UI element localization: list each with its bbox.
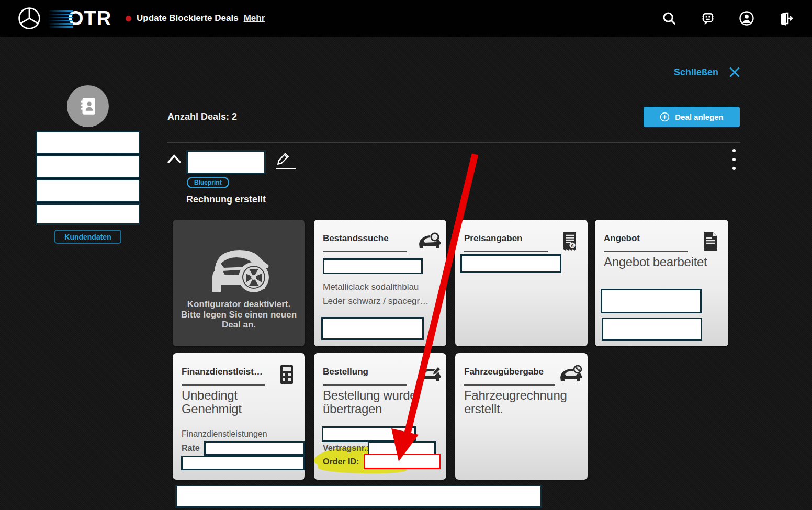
- order-id-label: Order ID:: [323, 457, 359, 467]
- deal-status-text: Rechnung erstellt: [186, 194, 266, 205]
- notification-text: Update Blockierte Deals: [137, 13, 239, 24]
- uebergabe-status: Fahrzeugrechnung erstellt.: [464, 389, 580, 416]
- card-fahrzeuguebergabe[interactable]: Fahrzeugübergabe Fahrzeugrechnung erstel…: [455, 353, 588, 480]
- bestandssuche-detail-1: Metalliclack sodalithblau: [323, 282, 419, 292]
- finanz-status: Unbedingt Genehmigt: [182, 389, 298, 416]
- finanz-detail: Finanzdienstleistungen: [182, 429, 267, 439]
- otr-logo-stripes: [48, 9, 73, 28]
- card-bestellung[interactable]: Bestellung Bestellung wurde übertragen V…: [314, 353, 446, 480]
- edit-deal-pencil-icon[interactable]: [276, 151, 297, 169]
- rate-value-redacted: [204, 441, 305, 456]
- top-navigation-bar: OTR Update Blockierte Deals Mehr: [0, 0, 812, 37]
- order-field-redacted: [322, 426, 416, 442]
- angebot-status: Angebot bearbeitet: [604, 255, 721, 269]
- chatbot-icon[interactable]: [700, 10, 716, 26]
- car-front-icon: [205, 241, 273, 298]
- vehicle-id-redacted: [323, 258, 423, 274]
- otr-app-logo: OTR: [48, 6, 111, 30]
- customer-city-redacted: [36, 179, 140, 202]
- finanz-value-redacted: [181, 456, 305, 470]
- konfigurator-message: Konfigurator deaktiviert. Bitte legen Si…: [180, 299, 298, 330]
- notification-dot-icon: [126, 16, 131, 21]
- customer-address-redacted: [36, 155, 140, 178]
- close-label[interactable]: Schließen: [674, 67, 718, 78]
- notification-area: Update Blockierte Deals Mehr: [126, 0, 265, 37]
- vehicle-detail-redacted: [321, 317, 424, 340]
- topbar-icon-group: [661, 0, 793, 37]
- rate-label: Rate: [182, 444, 200, 453]
- deal-overlay-panel: Schließen Kundendaten Anzahl Deals: [0, 37, 812, 510]
- search-icon[interactable]: [661, 10, 677, 26]
- finanz-title: Finanzdienstleist…: [182, 367, 265, 386]
- user-account-icon[interactable]: [739, 10, 754, 26]
- vertragsnr-label: Vertragsnr.:: [323, 444, 369, 453]
- app-window: OTR Update Blockierte Deals Mehr: [0, 0, 812, 510]
- svg-text:€: €: [571, 243, 573, 248]
- pencil-underline: [276, 168, 296, 169]
- customer-avatar: [67, 85, 109, 127]
- create-deal-button[interactable]: Deal anlegen: [644, 107, 740, 127]
- bestellung-title: Bestellung: [323, 367, 407, 386]
- uebergabe-title: Fahrzeugübergabe: [464, 367, 555, 386]
- car-search-icon: [417, 230, 439, 252]
- create-deal-label: Deal anlegen: [675, 112, 724, 121]
- collapse-deal-chevron-up-icon[interactable]: [167, 153, 182, 165]
- close-icon[interactable]: [728, 65, 741, 79]
- deal-options-kebab-icon[interactable]: [729, 149, 739, 170]
- section-divider: [167, 142, 740, 143]
- angebot-title: Angebot: [604, 233, 688, 252]
- logout-icon[interactable]: [777, 10, 793, 26]
- customer-contact-redacted: [36, 203, 140, 225]
- card-konfigurator[interactable]: Konfigurator deaktiviert. Bitte legen Si…: [173, 220, 305, 346]
- order-car-pencil-icon: [417, 364, 439, 386]
- mercedes-logo-icon: [18, 7, 41, 30]
- plus-circle-icon: [660, 112, 670, 122]
- calculator-icon: [276, 364, 298, 386]
- card-angebot[interactable]: Angebot Angebot bearbeitet: [595, 220, 728, 346]
- overlay-close-row: Schließen: [674, 65, 741, 79]
- bestandssuche-detail-2: Leder schwarz / spacegr…: [323, 296, 428, 307]
- offer-field-2-redacted: [602, 318, 702, 341]
- offer-document-icon: [699, 230, 721, 252]
- notification-more-link[interactable]: Mehr: [244, 13, 265, 24]
- offer-field-1-redacted: [601, 289, 702, 313]
- kundendaten-button[interactable]: Kundendaten: [54, 230, 121, 244]
- card-preisangaben[interactable]: Preisangaben €: [455, 220, 588, 346]
- deal-name-redacted: [186, 150, 266, 174]
- contact-book-icon: [77, 95, 99, 117]
- blueprint-badge: Blueprint: [187, 177, 229, 188]
- car-handover-key-icon: [558, 364, 580, 386]
- customer-name-redacted: [36, 131, 140, 154]
- card-bestandssuche[interactable]: Bestandssuche Metalliclack sodalithblau …: [314, 220, 446, 346]
- card-finanzdienstleistungen[interactable]: Finanzdienstleist… Unbedingt Genehmigt F…: [173, 353, 305, 480]
- order-id-value-redacted: [364, 454, 441, 469]
- otr-logo-text: OTR: [68, 7, 111, 30]
- price-redacted: [460, 254, 561, 273]
- price-receipt-icon: €: [558, 230, 580, 252]
- bestandssuche-title: Bestandssuche: [323, 233, 407, 252]
- preisangaben-title: Preisangaben: [464, 233, 548, 252]
- bestellung-status: Bestellung wurde übertragen: [323, 389, 439, 416]
- deal-count-label: Anzahl Deals: 2: [167, 111, 237, 122]
- bottom-field-redacted: [175, 485, 542, 508]
